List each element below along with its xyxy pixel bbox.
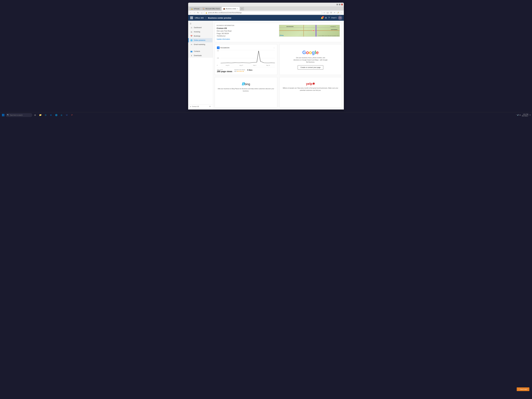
- hub-icon[interactable]: ☰: [329, 11, 333, 14]
- minimize-button[interactable]: ─: [336, 4, 338, 5]
- taskbar-store[interactable]: ⊡: [43, 113, 48, 117]
- tab-favicon: 🔒: [191, 8, 193, 10]
- google-letter-o1: o: [306, 50, 309, 55]
- start-button[interactable]: [1, 113, 5, 117]
- sidebar-label-online-presence: Online presence: [194, 39, 205, 41]
- business-address: One Lane Tree Road Fargo, ND 58104: [217, 30, 277, 35]
- close-button[interactable]: ✕: [341, 4, 343, 5]
- user-avatar[interactable]: CS: [338, 16, 342, 20]
- notifications-badge: 1: [322, 16, 324, 18]
- browser-window: ─ □ ✕ 🔒 InPrivate 🏠 Microsoft Office Hom…: [188, 3, 344, 109]
- likes-stat: 5 likes: [247, 69, 253, 73]
- sidebar-item-invoicing[interactable]: ▤ Invoicing: [188, 30, 212, 34]
- top-navigation: Office 365 | Business center preview 🔔 1…: [188, 15, 344, 21]
- sidebar-label-dashboard: Dashboard: [194, 27, 202, 29]
- help-button[interactable]: ?: [328, 17, 329, 19]
- page-views-label: This month: [217, 69, 232, 70]
- download-icon: ⬇: [190, 55, 192, 57]
- address-bar[interactable]: 🔒 portal.sdf.office.com/BusinessCenter/H…: [204, 11, 322, 14]
- facebook-chart: 200 100 0: [217, 50, 275, 66]
- toolbar-icons: ☆ 📖 ☰ ↗ 📝 ···: [323, 11, 343, 14]
- business-info-left: BUSINESS INFORMATION Cronus US One Lane …: [217, 25, 277, 40]
- map-label-ave: 4 3rd Ave S: [330, 26, 336, 27]
- address-line1: One Lane Tree Road: [217, 30, 231, 32]
- user-name: Chad S: [331, 17, 336, 19]
- facebook-logo-area: f FACEBOOK: [217, 46, 230, 49]
- tab-new[interactable]: +: [240, 7, 244, 11]
- tab-office-home[interactable]: 🏠 Microsoft Office Home: [201, 7, 222, 11]
- yelp-card: yelp✸ Millions of people use Yelp every …: [279, 77, 342, 108]
- email-icon: ✉: [190, 43, 192, 45]
- likes-value: 5 likes: [247, 69, 253, 71]
- waffle-menu-button[interactable]: [190, 16, 193, 20]
- x-label-aug27: Aug 27: [239, 65, 243, 66]
- facebook-more-button[interactable]: ···: [273, 47, 275, 49]
- favorites-icon[interactable]: ☆: [323, 11, 326, 14]
- create-connect-page-button[interactable]: Create or connect your page: [298, 65, 323, 70]
- google-letter-g: G: [302, 50, 306, 55]
- bing-map-logo: ᗸ bing: [280, 35, 284, 36]
- facebook-label: FACEBOOK: [220, 47, 230, 49]
- windows-logo: [2, 114, 4, 116]
- refresh-button[interactable]: ↻: [196, 11, 200, 14]
- sidebar-item-contacts[interactable]: 👥 Contacts: [188, 49, 212, 53]
- taskbar-ie[interactable]: 🌐: [54, 113, 59, 117]
- avatar-initials: CS: [339, 17, 341, 19]
- maximize-button[interactable]: □: [339, 4, 340, 5]
- browser-tabs: 🔒 InPrivate 🏠 Microsoft Office Home 💼 Bu…: [188, 6, 344, 11]
- sidebar-toggle-button[interactable]: ☰: [188, 22, 212, 25]
- company-settings-icon[interactable]: ⚙: [209, 106, 211, 108]
- tab-inprivate[interactable]: 🔒 InPrivate: [190, 7, 201, 11]
- bing-logo: ᗸ bing: [242, 82, 250, 86]
- home-button[interactable]: ⌂: [200, 11, 203, 14]
- settings-button[interactable]: ⚙: [325, 17, 327, 19]
- office365-label: Office 365: [195, 17, 204, 19]
- taskbar-app1[interactable]: ⊞: [49, 113, 53, 117]
- taskbar-file-explorer[interactable]: 📁: [38, 113, 43, 117]
- tab-close-icon[interactable]: ✕: [237, 8, 238, 10]
- sidebar-item-email-marketing[interactable]: ✉ Email marketing: [188, 42, 212, 47]
- map-label-centennial: CENTENNIAL: [331, 29, 338, 30]
- notifications-tray-icon[interactable]: 🗨: [529, 114, 531, 116]
- bing-card: ᗸ bing Add your business to Bing Places …: [215, 77, 277, 108]
- reviews-stat: Reviews and ratings 4.6 ★★★★★: [234, 69, 245, 73]
- rating-stars: ★★★★★: [237, 70, 244, 72]
- forward-button[interactable]: →: [193, 11, 196, 14]
- update-info-link[interactable]: Update information: [217, 38, 230, 40]
- tab-business-center[interactable]: 💼 Business center ✕: [222, 7, 240, 11]
- business-phone: 7015551212: [217, 35, 277, 37]
- taskbar-search[interactable]: 🔍 Type here to search: [6, 113, 32, 117]
- contacts-icon: 👥: [190, 50, 192, 52]
- company-name: Cronus US: [192, 106, 199, 107]
- sidebar-item-dashboard[interactable]: ⊟ Dashboard: [188, 25, 212, 30]
- taskbar-edge[interactable]: ◎: [59, 113, 64, 117]
- time-date-display[interactable]: 2:01 PM 9/17/2017: [522, 114, 528, 117]
- sidebar-item-online-presence[interactable]: 🌐 Online presence: [188, 38, 212, 42]
- sidebar-item-bookings[interactable]: 📅 Bookings: [188, 34, 212, 38]
- rating-number: 4.6: [234, 70, 236, 72]
- yelp-description: Millions of people use Yelp every month …: [282, 87, 340, 91]
- browser-titlebar: ─ □ ✕: [188, 3, 344, 6]
- notifications-button[interactable]: 🔔 1: [321, 17, 323, 19]
- notes-icon[interactable]: 📝: [336, 11, 339, 14]
- taskbar-word[interactable]: W: [64, 113, 69, 117]
- more-icon[interactable]: ···: [340, 11, 343, 14]
- address-text: portal.sdf.office.com/BusinessCenter/Hom…: [208, 12, 242, 13]
- back-button[interactable]: ←: [189, 11, 192, 14]
- main-layout: ☰ ⊟ Dashboard ▤ Invoicing 📅 Bookings: [188, 21, 344, 109]
- x-label-sep10: Sep 10: [266, 65, 270, 66]
- sidebar-item-downloads[interactable]: ⬇ Downloads: [188, 53, 212, 58]
- map-location-marker: [312, 30, 314, 32]
- tab-label: InPrivate: [194, 8, 199, 10]
- sidebar-nav: ☰ ⊟ Dashboard ▤ Invoicing 📅 Bookings: [188, 21, 213, 58]
- x-label-sep3: Sep 3: [253, 65, 256, 66]
- taskbar-task-view[interactable]: ⊞: [33, 113, 38, 117]
- share-icon[interactable]: ↗: [333, 11, 336, 14]
- reading-icon[interactable]: 📖: [326, 11, 329, 14]
- taskbar-ppt[interactable]: P: [70, 113, 74, 117]
- address-line2: Fargo, ND 58104: [217, 33, 229, 34]
- reviews-label: Reviews and ratings: [234, 69, 245, 70]
- bing-description: Add your business to Bing Places for Bus…: [217, 88, 275, 92]
- date: 9/17/2017: [522, 115, 528, 117]
- page-views-value: 280 page views: [217, 70, 232, 73]
